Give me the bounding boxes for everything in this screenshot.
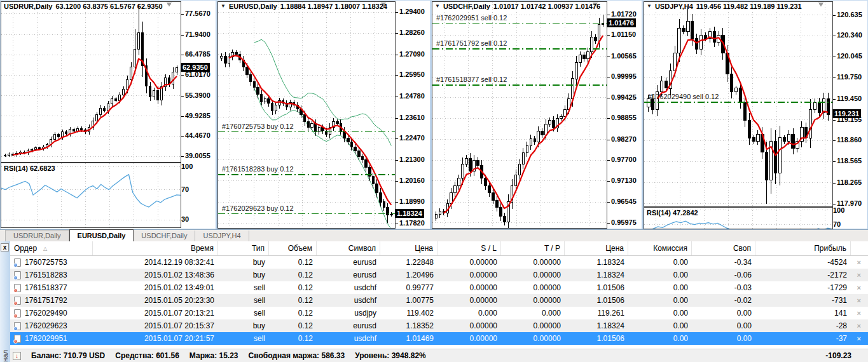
- cell-tp[interactable]: 0.00000: [501, 281, 565, 294]
- cell-value[interactable]: 1.18324: [597, 258, 624, 267]
- table-row[interactable]: 17620299512015.01.07 20:21:57sell0.12usd…: [10, 332, 868, 345]
- cell-symbol[interactable]: usdjpy: [317, 307, 380, 319]
- column-header-close[interactable]: [851, 241, 865, 255]
- sell-dot-icon[interactable]: [13, 288, 18, 293]
- cell-value[interactable]: 0.000: [542, 309, 561, 318]
- price-chart-plot[interactable]: #1762029490 sell 0.12: [644, 1, 833, 207]
- chart-menu-arrow-icon[interactable]: ▼: [647, 4, 652, 9]
- order-doc-icon[interactable]: [14, 322, 21, 330]
- cell-time[interactable]: 2014.12.19 08:32:41: [93, 256, 218, 269]
- cell-order[interactable]: 1762029623: [10, 319, 93, 332]
- cell-value[interactable]: -0.06: [734, 271, 752, 279]
- cell-value[interactable]: usdchf: [354, 296, 376, 305]
- column-header-label[interactable]: Цена: [605, 244, 624, 253]
- cell-symbol[interactable]: eurusd: [317, 269, 380, 281]
- price-tick-label[interactable]: 1.01720: [607, 10, 637, 18]
- column-header-label[interactable]: Время: [191, 244, 214, 253]
- price-tick-label[interactable]: 55.3900: [181, 91, 210, 100]
- cell-value[interactable]: 1761518377: [25, 283, 67, 292]
- cell-value[interactable]: 0.00: [673, 309, 688, 318]
- cell-price2[interactable]: 1.01506: [565, 332, 628, 345]
- cell-profit[interactable]: -2172: [755, 269, 851, 281]
- buy-dot-icon[interactable]: [13, 276, 18, 280]
- price-chart-plot[interactable]: [1, 1, 181, 163]
- cell-value[interactable]: 1.18352: [406, 321, 434, 330]
- cell-value[interactable]: 2015.01.07 20:21:57: [144, 334, 214, 343]
- column-header-8[interactable]: Цена: [565, 241, 628, 255]
- cell-sl[interactable]: 0.00000: [437, 269, 501, 281]
- cell-swap[interactable]: -0.02: [692, 294, 755, 307]
- cell-volume[interactable]: 0.12: [269, 281, 317, 294]
- cell-symbol[interactable]: usdchf: [317, 332, 380, 345]
- cell-price[interactable]: 1.18352: [380, 319, 437, 332]
- price-tick-label[interactable]: 1.27090: [396, 50, 425, 58]
- tab-eurusd-daily[interactable]: EURUSD,Daily: [69, 229, 134, 241]
- cell-commission[interactable]: 0.00: [628, 281, 692, 294]
- cell-value[interactable]: 1762029490: [25, 309, 67, 318]
- cell-value[interactable]: 1.01506: [597, 334, 624, 343]
- cell-value[interactable]: 0.00: [673, 271, 688, 279]
- cell-volume[interactable]: 0.12: [269, 332, 317, 345]
- tab-usdrur-daily[interactable]: USDRUR,Daily: [5, 230, 69, 241]
- cell-value[interactable]: -0.02: [734, 296, 752, 305]
- cell-value[interactable]: 1762029951: [25, 334, 67, 343]
- column-header-5[interactable]: Цена: [380, 241, 437, 255]
- current-price-marker[interactable]: 62.9350: [181, 63, 210, 72]
- price-tick-label[interactable]: 118.860: [833, 135, 862, 144]
- journal-tab-vertical[interactable]: нал: [1, 350, 9, 362]
- close-order-icon[interactable]: ×: [857, 284, 861, 292]
- column-header-3[interactable]: Объем: [269, 241, 317, 255]
- price-tick-label[interactable]: 0.99425: [607, 93, 637, 102]
- column-header-7[interactable]: T / P: [501, 241, 565, 255]
- rsi-tick-label[interactable]: 100: [181, 162, 193, 171]
- cell-value[interactable]: 0.00: [673, 258, 688, 267]
- cell-time[interactable]: 2015.01.05 20:23:30: [93, 294, 218, 307]
- cell-volume[interactable]: 0.12: [269, 319, 317, 332]
- cell-volume[interactable]: 0.12: [269, 307, 317, 319]
- price-scale[interactable]: 1.017201.011501.005650.999950.994250.988…: [607, 1, 642, 229]
- cell-value[interactable]: -4524: [827, 258, 847, 267]
- sell-dot-icon[interactable]: [13, 301, 18, 305]
- cell-value[interactable]: usdjpy: [354, 309, 376, 318]
- cell-swap[interactable]: 0.00: [692, 319, 755, 332]
- cell-value[interactable]: 0.00: [737, 334, 752, 343]
- column-header-label[interactable]: Цена: [415, 244, 433, 253]
- sell-dot-icon[interactable]: [13, 314, 18, 318]
- cell-value[interactable]: 0.12: [298, 334, 313, 343]
- order-doc-icon[interactable]: [14, 309, 21, 318]
- cell-value[interactable]: -1729: [827, 283, 847, 292]
- cell-order[interactable]: 1762029490: [10, 307, 93, 319]
- cell-sl[interactable]: 0.00000: [437, 256, 501, 269]
- chart-symbol-period[interactable]: USDJPY,H4: [655, 3, 693, 10]
- price-tick-label[interactable]: 1.20160: [396, 176, 425, 185]
- cell-profit[interactable]: 141: [755, 307, 851, 319]
- price-tick-label[interactable]: 1.21300: [396, 155, 425, 164]
- cell-value[interactable]: 1.20496: [406, 271, 434, 279]
- cell-type[interactable]: sell: [218, 294, 269, 307]
- cell-value[interactable]: 2014.12.19 08:32:41: [144, 258, 214, 267]
- cell-profit[interactable]: -28: [755, 319, 851, 332]
- cell-value[interactable]: -37: [836, 334, 847, 343]
- cell-symbol[interactable]: eurusd: [317, 319, 380, 332]
- cell-profit[interactable]: -37: [755, 332, 851, 345]
- cell-value[interactable]: 119.261: [598, 309, 625, 318]
- order-doc-icon[interactable]: [14, 335, 21, 343]
- cell-value[interactable]: 1.01506: [597, 296, 624, 305]
- price-tick-label[interactable]: 0.99995: [607, 72, 637, 81]
- order-doc-icon[interactable]: [14, 258, 21, 267]
- cell-commission[interactable]: 0.00: [628, 269, 692, 281]
- price-scale[interactable]: 120.635120.340120.045119.750119.450119.1…: [832, 1, 867, 229]
- cell-sl[interactable]: 0.00000: [437, 332, 501, 345]
- cell-value[interactable]: 0.000: [478, 309, 497, 318]
- rsi-tick-label[interactable]: 70: [833, 220, 841, 229]
- cell-value[interactable]: 0.12: [298, 296, 313, 305]
- sell-dot-icon[interactable]: [13, 339, 18, 344]
- cell-swap[interactable]: 0.00: [692, 307, 755, 319]
- price-tick-label[interactable]: 0.98270: [607, 135, 637, 144]
- cell-tp[interactable]: 0.00000: [501, 269, 565, 281]
- column-header-label[interactable]: Тип: [252, 244, 265, 253]
- cell-symbol[interactable]: usdchf: [317, 281, 380, 294]
- current-price-marker[interactable]: 1.01476: [607, 18, 636, 27]
- cell-price2[interactable]: 119.261: [565, 307, 628, 319]
- cell-time[interactable]: 2015.01.02 13:48:36: [93, 269, 218, 281]
